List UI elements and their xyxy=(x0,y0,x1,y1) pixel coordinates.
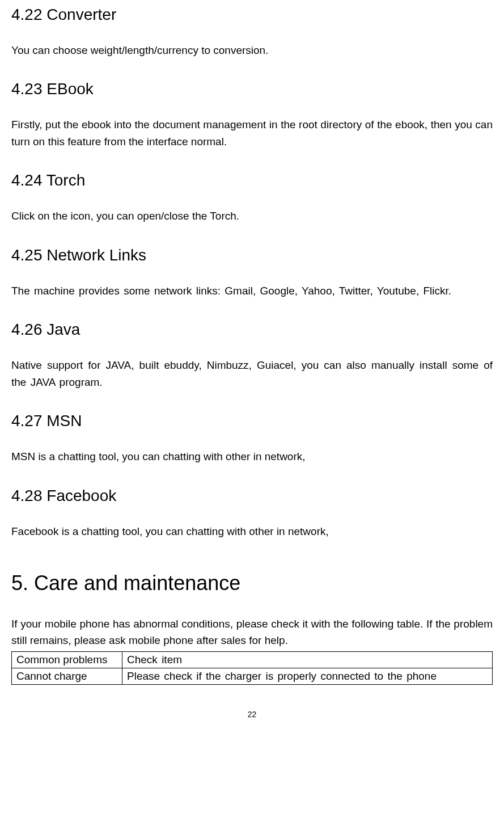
heading-4-26: 4.26 Java xyxy=(11,321,493,339)
table-row: Cannot charge Please check if the charge… xyxy=(12,668,493,684)
chapter-5-intro: If your mobile phone has abnormal condit… xyxy=(11,616,493,649)
body-4-26: Native support for JAVA, built ebuddy, N… xyxy=(11,357,493,390)
heading-4-28: 4.28 Facebook xyxy=(11,487,493,505)
table-row: Common problems Check item xyxy=(12,651,493,668)
body-4-23: Firstly, put the ebook into the document… xyxy=(11,116,493,150)
body-4-24: Click on the icon, you can open/close th… xyxy=(11,208,493,224)
heading-4-22: 4.22 Converter xyxy=(11,6,493,24)
table-cell-problem: Cannot charge xyxy=(12,668,122,684)
heading-4-23: 4.23 EBook xyxy=(11,80,493,98)
table-header-check: Check item xyxy=(122,651,493,668)
body-4-28: Facebook is a chatting tool, you can cha… xyxy=(11,523,493,540)
troubleshoot-table: Common problems Check item Cannot charge… xyxy=(11,651,493,685)
body-4-25: The machine provides some network links:… xyxy=(11,283,493,299)
body-4-22: You can choose weight/length/currency to… xyxy=(11,42,493,58)
body-4-27: MSN is a chatting tool, you can chatting… xyxy=(11,448,493,465)
page-number: 22 xyxy=(11,710,493,719)
table-cell-check: Please check if the charger is properly … xyxy=(122,668,493,684)
heading-4-27: 4.27 MSN xyxy=(11,412,493,430)
heading-4-24: 4.24 Torch xyxy=(11,171,493,190)
heading-chapter-5: 5. Care and maintenance xyxy=(11,571,493,595)
heading-4-25: 4.25 Network Links xyxy=(11,246,493,264)
table-header-problems: Common problems xyxy=(12,651,122,668)
